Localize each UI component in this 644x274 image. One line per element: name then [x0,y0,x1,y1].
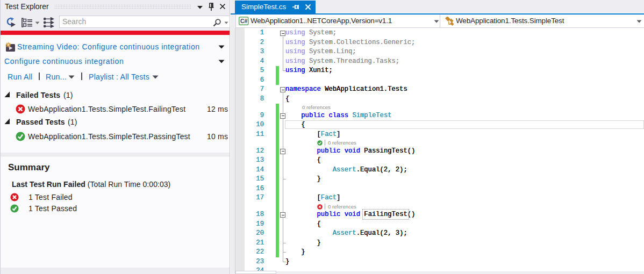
svg-text:C#: C# [240,18,248,24]
